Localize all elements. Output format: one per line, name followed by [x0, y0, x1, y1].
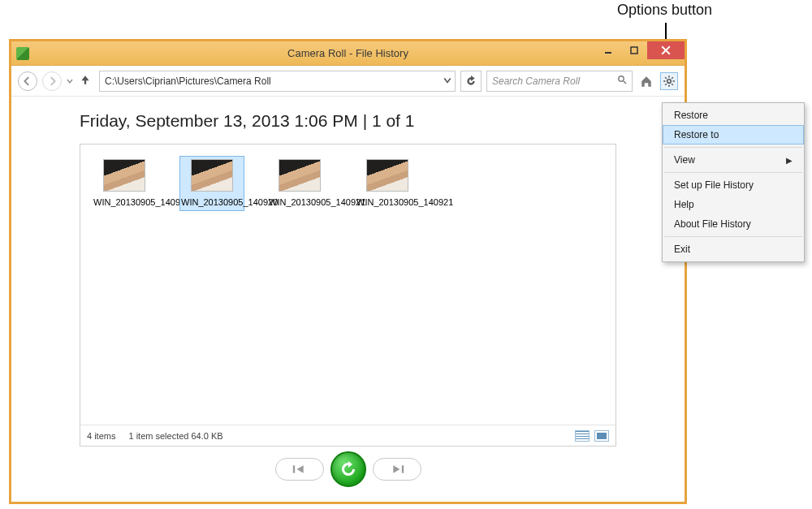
thumbnail-icon	[366, 159, 408, 192]
refresh-button[interactable]	[460, 71, 482, 92]
menu-restore[interactable]: Restore	[663, 106, 804, 125]
chevron-right-icon: ▶	[786, 156, 793, 165]
svg-rect-5	[401, 465, 403, 472]
window-title: Camera Roll - File History	[11, 47, 685, 59]
menu-help[interactable]: Help	[663, 195, 804, 214]
address-dropdown-icon[interactable]	[443, 75, 451, 87]
thumbnail-icon	[279, 159, 321, 192]
options-dropdown-menu: Restore Restore to View ▶ Set up File Hi…	[662, 102, 805, 262]
home-button[interactable]	[637, 72, 655, 90]
file-item[interactable]: WIN_20130905_140921	[267, 156, 332, 211]
menu-restore-to[interactable]: Restore to	[663, 125, 804, 145]
file-name: WIN_20130905_140921	[269, 196, 330, 208]
menu-view[interactable]: View ▶	[663, 150, 804, 170]
forward-button[interactable]	[42, 71, 62, 91]
window-controls	[595, 41, 685, 59]
callout-label: Options button	[617, 2, 712, 19]
file-history-window: Camera Roll - File History C:\Users	[9, 39, 687, 504]
details-view-button[interactable]	[575, 430, 590, 442]
svg-point-2	[619, 76, 624, 81]
thumbnail-icon	[103, 159, 145, 192]
menu-separator	[664, 172, 802, 173]
address-text: C:\Users\Ciprian\Pictures\Camera Roll	[105, 75, 271, 87]
thumbnails-view-button[interactable]	[594, 430, 609, 442]
thumbnail-grid: WIN_20130905_140904 WIN_20130905_140920 …	[80, 145, 615, 211]
back-button[interactable]	[18, 71, 37, 91]
file-name: WIN_20130905_140920	[181, 196, 243, 208]
thumbnail-icon	[191, 159, 233, 192]
minimize-button[interactable]	[595, 41, 621, 59]
next-version-button[interactable]	[373, 458, 421, 481]
titlebar: Camera Roll - File History	[11, 41, 685, 66]
options-button[interactable]	[660, 72, 678, 90]
selection-info: 1 item selected 64.0 KB	[128, 431, 222, 441]
menu-exit[interactable]: Exit	[663, 239, 804, 259]
recent-locations-dropdown[interactable]	[67, 75, 75, 87]
status-bar: 4 items 1 item selected 64.0 KB	[80, 425, 615, 446]
view-mode-switcher	[575, 430, 609, 442]
svg-rect-0	[605, 52, 611, 54]
file-panel: WIN_20130905_140904 WIN_20130905_140920 …	[80, 144, 616, 446]
file-item[interactable]: WIN_20130905_140920	[179, 156, 244, 211]
close-button[interactable]	[647, 41, 685, 59]
menu-about-file-history[interactable]: About File History	[663, 214, 804, 234]
up-button[interactable]	[80, 74, 94, 88]
address-bar[interactable]: C:\Users\Ciprian\Pictures\Camera Roll	[99, 71, 456, 92]
menu-separator	[664, 147, 802, 148]
restore-button[interactable]	[330, 451, 366, 487]
svg-rect-1	[631, 47, 637, 54]
version-navigation	[80, 446, 616, 492]
search-placeholder: Search Camera Roll	[492, 75, 580, 87]
svg-rect-4	[292, 465, 294, 472]
svg-point-3	[667, 79, 672, 83]
menu-separator	[664, 236, 802, 237]
app-icon	[16, 47, 29, 60]
search-input[interactable]: Search Camera Roll	[486, 71, 633, 92]
search-icon	[617, 75, 627, 87]
maximize-button[interactable]	[621, 41, 647, 59]
version-heading: Friday, September 13, 2013 1:06 PM | 1 o…	[80, 111, 616, 131]
previous-version-button[interactable]	[275, 458, 324, 481]
file-item[interactable]: WIN_20130905_140921	[355, 156, 420, 211]
item-count: 4 items	[87, 431, 115, 441]
file-item[interactable]: WIN_20130905_140904	[92, 156, 157, 211]
content-area: Friday, September 13, 2013 1:06 PM | 1 o…	[11, 97, 685, 502]
menu-setup-file-history[interactable]: Set up File History	[663, 175, 804, 195]
file-name: WIN_20130905_140921	[356, 196, 418, 208]
navigation-toolbar: C:\Users\Ciprian\Pictures\Camera Roll Se…	[11, 66, 685, 97]
file-name: WIN_20130905_140904	[93, 196, 155, 208]
